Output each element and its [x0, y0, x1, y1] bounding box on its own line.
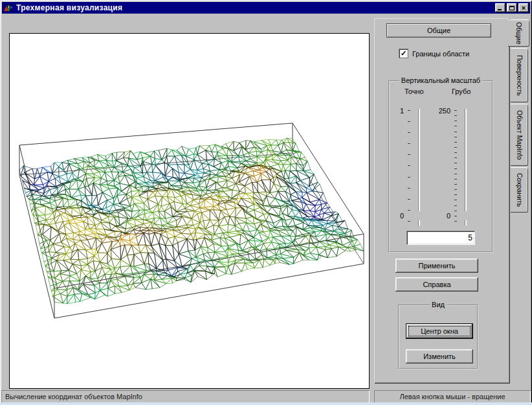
- tab-save[interactable]: Сохранить: [511, 167, 528, 213]
- bounds-checkbox[interactable]: ✓: [399, 49, 408, 58]
- statusbar-message: Вычисление координат объектов MapInfo: [1, 390, 370, 403]
- coarse-slider-track[interactable]: [465, 109, 467, 226]
- vertical-scale-group: Вертикальный масштаб: [388, 80, 493, 253]
- window-title: Трехмерная визуализация: [16, 3, 495, 12]
- fine-slider-track[interactable]: [418, 109, 420, 226]
- view-group-title: Вид: [430, 301, 447, 308]
- app-icon: [3, 3, 14, 12]
- window-center-button[interactable]: Центр окна: [406, 323, 473, 339]
- desktop-edge: [0, 402, 532, 405]
- view-group: Вид Центр окна Изменить: [398, 305, 478, 369]
- tab-surface[interactable]: Поверхность: [511, 48, 528, 102]
- coarse-slider-min-label: 0: [431, 212, 450, 220]
- statusbar-hint: Левая кнопка мыши - вращение: [374, 390, 531, 403]
- focus-rect: [408, 326, 471, 336]
- bounds-checkbox-label: Границы области: [412, 50, 469, 58]
- bounds-checkbox-row[interactable]: ✓ Границы области: [399, 49, 469, 58]
- titlebar[interactable]: Трехмерная визуализация ×: [2, 2, 530, 14]
- help-button[interactable]: Справка: [395, 277, 478, 292]
- tab-general[interactable]: Общие: [508, 19, 529, 47]
- viz-canvas[interactable]: [10, 34, 369, 388]
- close-button[interactable]: ×: [518, 3, 529, 12]
- fine-slider-caption: Точно: [405, 87, 424, 95]
- vertical-scale-title: Вертикальный масштаб: [399, 76, 482, 84]
- control-panel: Общие ✓ Границы области Вертикальный мас…: [374, 18, 510, 384]
- viewport-frame: [9, 33, 370, 389]
- maximize-button[interactable]: [507, 3, 517, 12]
- check-icon: ✓: [401, 50, 406, 57]
- change-button[interactable]: Изменить: [406, 349, 473, 364]
- fine-slider-ticks: [408, 110, 410, 222]
- coarse-slider-caption: Грубо: [452, 87, 471, 95]
- app-window: Трехмерная визуализация × Общие ✓ Границ…: [0, 0, 532, 405]
- tab-mapinfo-object[interactable]: Объект MapInfo: [511, 104, 528, 166]
- minimize-icon: [498, 9, 502, 10]
- general-header-button[interactable]: Общие: [386, 23, 491, 38]
- fine-slider-min-label: 0: [384, 212, 404, 220]
- fine-slider-max-label: 1: [384, 107, 404, 115]
- apply-button[interactable]: Применить: [395, 259, 478, 273]
- minimize-button[interactable]: [495, 3, 505, 12]
- maximize-icon: [509, 6, 515, 10]
- scale-value-input[interactable]: [406, 231, 475, 245]
- coarse-slider-max-label: 250: [431, 107, 450, 115]
- close-icon: ×: [522, 5, 526, 11]
- coarse-slider-ticks: [454, 110, 457, 222]
